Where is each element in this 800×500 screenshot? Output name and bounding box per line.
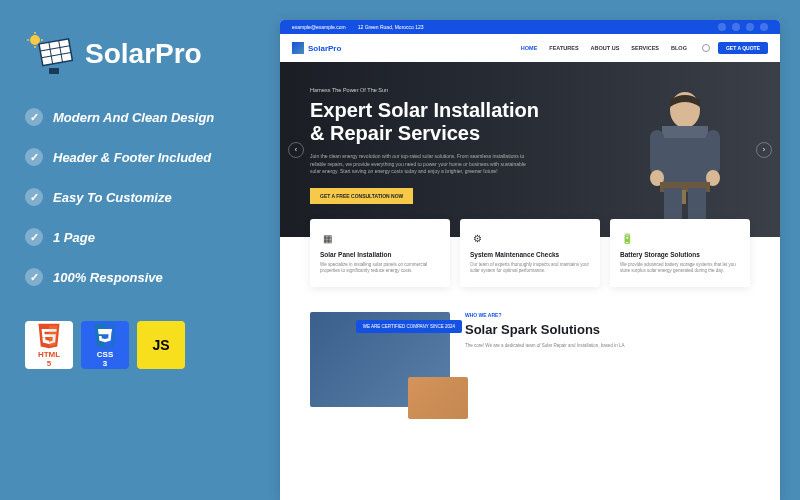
- check-icon: ✓: [25, 268, 43, 286]
- feature-item: ✓Easy To Customize: [25, 188, 255, 206]
- css3-badge: CSS3: [81, 321, 129, 369]
- carousel-next-icon[interactable]: ›: [756, 142, 772, 158]
- about-text: WHO WE ARE? Solar Spark Solutions The co…: [465, 312, 750, 407]
- card-title: Battery Storage Solutions: [620, 251, 740, 258]
- social-icon[interactable]: [732, 23, 740, 31]
- social-icon[interactable]: [746, 23, 754, 31]
- nav-item-about[interactable]: ABOUT US: [591, 45, 620, 51]
- topbar-contact: example@example.com 12 Green Road, Moroc…: [292, 24, 424, 30]
- hero-description: Join the clean energy revolution with ou…: [310, 153, 528, 176]
- feature-list: ✓Modern And Clean Design ✓Header & Foote…: [25, 108, 255, 286]
- social-links: [718, 23, 768, 31]
- topbar-address: 12 Green Road, Morocco 123: [358, 24, 424, 30]
- nav-actions: GET A QUOTE: [702, 42, 768, 54]
- svg-rect-10: [49, 68, 59, 74]
- nav-item-blog[interactable]: BLOG: [671, 45, 687, 51]
- hero-content: Harness The Power Of The Sun Expert Sola…: [310, 87, 552, 212]
- about-section: WE ARE CERTIFIED COMPANY SINCE 2024 WHO …: [280, 287, 780, 407]
- svg-rect-13: [662, 126, 708, 138]
- service-card[interactable]: ⚙ System Maintenance Checks Our team of …: [460, 219, 600, 287]
- check-icon: ✓: [25, 148, 43, 166]
- navbar: SolarPro HOME FEATURES ABOUT US SERVICES…: [280, 34, 780, 62]
- check-icon: ✓: [25, 188, 43, 206]
- brand-block: SolarPro: [25, 30, 255, 78]
- battery-icon: 🔋: [620, 231, 634, 245]
- service-card[interactable]: 🔋 Battery Storage Solutions We provide a…: [610, 219, 750, 287]
- check-icon: ✓: [25, 228, 43, 246]
- carousel-prev-icon[interactable]: ‹: [288, 142, 304, 158]
- feature-item: ✓1 Page: [25, 228, 255, 246]
- solar-panel-icon: ▦: [320, 231, 334, 245]
- svg-rect-5: [39, 39, 72, 66]
- card-title: System Maintenance Checks: [470, 251, 590, 258]
- feature-item: ✓Header & Footer Included: [25, 148, 255, 166]
- hero-eyebrow: Harness The Power Of The Sun: [310, 87, 552, 93]
- hero-cta-button[interactable]: GET A FREE CONSULTATION NOW: [310, 188, 413, 204]
- website-mockup: example@example.com 12 Green Road, Moroc…: [280, 20, 780, 500]
- social-icon[interactable]: [760, 23, 768, 31]
- card-description: Our team of experts thoroughly inspects …: [470, 262, 590, 275]
- nav-brand[interactable]: SolarPro: [292, 42, 341, 54]
- check-icon: ✓: [25, 108, 43, 126]
- topbar: example@example.com 12 Green Road, Moroc…: [280, 20, 780, 34]
- feature-item: ✓100% Responsive: [25, 268, 255, 286]
- about-description: The core! We are a dedicated team of Sol…: [465, 343, 750, 350]
- search-icon[interactable]: [702, 44, 710, 52]
- about-image-secondary: [408, 377, 468, 419]
- html5-badge: HTML5: [25, 321, 73, 369]
- about-eyebrow: WHO WE ARE?: [465, 312, 750, 318]
- card-description: We specialize in installing solar panels…: [320, 262, 440, 275]
- solarpro-logo-icon: [25, 30, 73, 78]
- service-cards: ▦ Solar Panel Installation We specialize…: [280, 219, 780, 287]
- topbar-email: example@example.com: [292, 24, 346, 30]
- about-title: Solar Spark Solutions: [465, 322, 750, 337]
- social-icon[interactable]: [718, 23, 726, 31]
- js-badge: JS: [137, 321, 185, 369]
- nav-menu: HOME FEATURES ABOUT US SERVICES BLOG: [521, 45, 687, 51]
- maintenance-icon: ⚙: [470, 231, 484, 245]
- nav-logo-icon: [292, 42, 304, 54]
- hero-technician-image: [620, 82, 750, 237]
- brand-name: SolarPro: [85, 38, 202, 70]
- card-description: We provide advanced battery storage syst…: [620, 262, 740, 275]
- nav-item-home[interactable]: HOME: [521, 45, 538, 51]
- nav-item-services[interactable]: SERVICES: [631, 45, 659, 51]
- hero-title: Expert Solar Installation & Repair Servi…: [310, 99, 552, 145]
- tech-badges: HTML5 CSS3 JS: [25, 321, 255, 369]
- card-title: Solar Panel Installation: [320, 251, 440, 258]
- service-card[interactable]: ▦ Solar Panel Installation We specialize…: [310, 219, 450, 287]
- about-image: WE ARE CERTIFIED COMPANY SINCE 2024: [310, 312, 450, 407]
- feature-item: ✓Modern And Clean Design: [25, 108, 255, 126]
- certified-badge: WE ARE CERTIFIED COMPANY SINCE 2024: [356, 320, 462, 334]
- nav-item-features[interactable]: FEATURES: [549, 45, 578, 51]
- svg-rect-15: [706, 130, 720, 175]
- hero-section: ‹ › Harness The Power Of The Sun Expert …: [280, 62, 780, 237]
- get-quote-button[interactable]: GET A QUOTE: [718, 42, 768, 54]
- promo-sidebar: SolarPro ✓Modern And Clean Design ✓Heade…: [0, 0, 280, 500]
- svg-rect-14: [650, 130, 664, 175]
